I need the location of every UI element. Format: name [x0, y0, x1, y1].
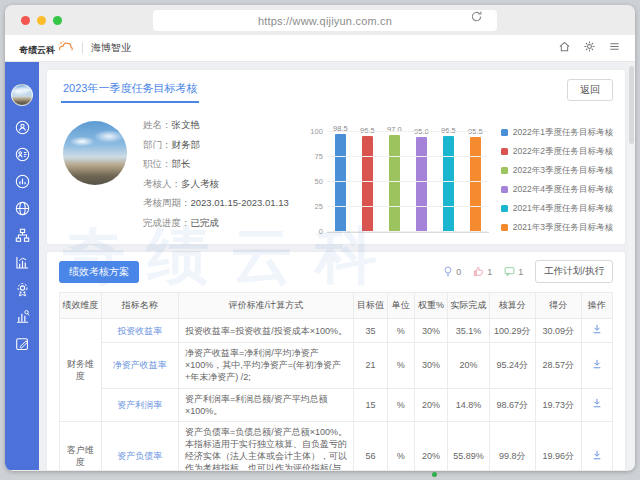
legend-swatch	[501, 224, 508, 231]
actual-cell: 20%	[448, 343, 490, 388]
target-cell: 56	[354, 421, 387, 470]
table-body: 财务维度投资收益率投资收益率=投资收益/投资成本×100%。35%30%35.1…	[60, 319, 613, 471]
sidebar-item-contacts[interactable]	[13, 118, 31, 136]
bar-value-label: 97.0	[387, 125, 402, 134]
comment-icon	[504, 266, 515, 277]
dimension-cell: 财务维度	[60, 319, 102, 422]
home-icon[interactable]	[558, 39, 571, 57]
indicator-link[interactable]: 资产利润率	[101, 388, 178, 421]
legend-item[interactable]: 2021年4季度任务目标考核	[501, 199, 613, 218]
column-header: 绩效维度	[60, 293, 102, 319]
scrollbar-thumb[interactable]	[629, 66, 634, 144]
status-dot	[432, 472, 437, 477]
comment-count: 1	[518, 267, 523, 277]
legend-item[interactable]: 2022年4季度任务目标考核	[501, 180, 613, 199]
like-counter[interactable]: 1	[473, 266, 492, 277]
column-header: 核算分	[489, 293, 535, 319]
download-button[interactable]	[581, 319, 612, 343]
performance-plan-button[interactable]: 绩效考核方案	[59, 261, 139, 283]
legend-item[interactable]: 2021年3季度任务目标考核	[501, 218, 613, 237]
bar-slot: 98.5	[329, 124, 351, 233]
chart-legend: 2022年1季度任务目标考核2022年2季度任务目标考核2022年3季度任务目标…	[501, 113, 613, 247]
download-button[interactable]	[581, 388, 612, 421]
target-cell: 21	[354, 343, 387, 388]
user-avatar[interactable]	[11, 84, 33, 106]
field-position: 职位：部长	[143, 154, 303, 174]
legend-swatch	[501, 148, 508, 155]
bar	[443, 136, 454, 233]
sidebar-item-statistics[interactable]	[13, 253, 31, 271]
formula-cell: 净资产收益率=净利润/平均净资产×100%，其中,平均净资产=(年初净资产+年末…	[178, 343, 353, 388]
actual-cell: 14.8%	[448, 388, 490, 421]
gridline	[327, 156, 489, 157]
scrollbar-track[interactable]	[628, 62, 635, 470]
indicator-table-card: 绩效考核方案 0 1 1 工作计划/执行	[47, 252, 625, 470]
address-bar[interactable]: https://www.qijiyun.com.cn	[153, 10, 497, 31]
bar	[362, 136, 373, 233]
indicator-link[interactable]: 净资产收益率	[101, 343, 178, 388]
menu-icon[interactable]	[608, 39, 621, 57]
field-progress: 完成进度：已完成	[143, 213, 303, 233]
work-plan-button[interactable]: 工作计划/执行	[535, 260, 613, 283]
download-icon	[592, 324, 602, 334]
indicator-table: 绩效维度指标名称评价标准/计算方式目标值单位权重%实际完成核算分得分操作 财务维…	[59, 292, 613, 470]
calc-score-cell: 98.67分	[489, 388, 535, 421]
column-header: 指标名称	[101, 293, 178, 319]
field-department: 部门：财务部	[143, 135, 303, 155]
reload-icon[interactable]	[470, 9, 483, 27]
sidebar-item-globe[interactable]	[13, 199, 31, 217]
download-button[interactable]	[581, 421, 612, 470]
bar	[335, 134, 346, 233]
browser-window: https://www.qijiyun.com.cn 奇绩云科 海博智业	[5, 5, 635, 471]
sidebar-item-edit[interactable]	[13, 334, 31, 352]
bar-slot: 95.0	[410, 127, 432, 232]
formula-cell: 资产负债率=负债总额/资产总额×100%。本指标适用于实行独立核算、自负盈亏的经…	[178, 421, 353, 470]
bar	[389, 135, 400, 232]
dimension-cell: 客户维度	[60, 421, 102, 470]
org-name: 海博智业	[91, 41, 131, 55]
sidebar-item-analysis[interactable]	[13, 307, 31, 325]
column-header: 单位	[387, 293, 414, 319]
legend-label: 2022年1季度任务目标考核	[513, 127, 613, 139]
legend-label: 2021年3季度任务目标考核	[513, 222, 613, 234]
legend-swatch	[501, 205, 508, 212]
legend-item[interactable]: 2022年1季度任务目标考核	[501, 123, 613, 142]
legend-item[interactable]: 2022年3季度任务目标考核	[501, 161, 613, 180]
sidebar-item-org-structure[interactable]	[13, 226, 31, 244]
sidebar-item-report[interactable]	[13, 172, 31, 190]
back-button[interactable]: 返回	[567, 79, 613, 101]
close-window-button[interactable]	[21, 16, 30, 25]
indicator-link[interactable]: 资产负债率	[101, 421, 178, 470]
divider	[82, 42, 83, 54]
score-cell: 19.73分	[535, 388, 581, 421]
sidebar	[5, 62, 39, 470]
settings-icon[interactable]	[583, 39, 596, 57]
legend-item[interactable]: 2022年2季度任务目标考核	[501, 142, 613, 161]
y-tick-label: 100	[310, 127, 323, 136]
bulb-counter[interactable]: 0	[443, 266, 461, 277]
maximize-window-button[interactable]	[53, 16, 62, 25]
y-tick-label: 50	[315, 177, 323, 186]
table-header-row: 绩效维度指标名称评价标准/计算方式目标值单位权重%实际完成核算分得分操作	[60, 293, 613, 319]
weight-cell: 20%	[414, 388, 447, 421]
actual-cell: 35.1%	[448, 319, 490, 343]
sidebar-item-badge[interactable]	[13, 280, 31, 298]
assessment-card: 2023年一季度任务目标考核 返回 姓名：张文艳 部门：财务部 职位：部长 考核…	[47, 70, 625, 244]
minimize-window-button[interactable]	[37, 16, 46, 25]
app-logo[interactable]: 奇绩云科	[19, 39, 74, 57]
comment-counter[interactable]: 1	[504, 266, 523, 277]
legend-label: 2022年3季度任务目标考核	[513, 165, 613, 177]
indicator-link[interactable]: 投资收益率	[101, 319, 178, 343]
score-cell: 19.96分	[535, 421, 581, 470]
sidebar-item-appraisal[interactable]	[13, 145, 31, 163]
download-button[interactable]	[581, 343, 612, 388]
tab-assessment-title[interactable]: 2023年一季度任务目标考核	[61, 79, 199, 103]
bar-slot: 97.0	[383, 125, 405, 232]
download-icon	[592, 450, 602, 460]
actual-cell: 55.89%	[448, 421, 490, 470]
profile-fields: 姓名：张文艳 部门：财务部 职位：部长 考核人：多人考核 考核周期：2023.0…	[143, 113, 303, 247]
legend-swatch	[501, 129, 508, 136]
thumb-up-icon	[473, 266, 484, 277]
bar-slot: 95.5	[464, 127, 486, 233]
unit-cell: %	[387, 421, 414, 470]
